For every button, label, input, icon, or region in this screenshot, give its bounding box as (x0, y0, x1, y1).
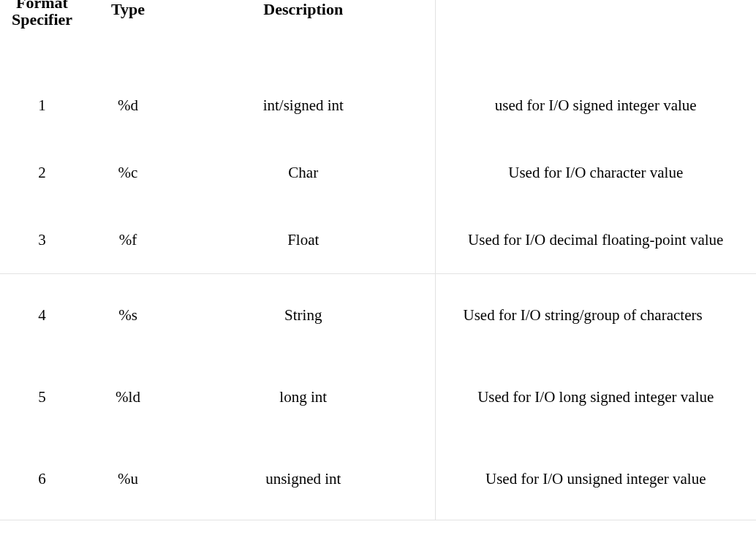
table-row: 5 %ld long int Used for I/O long signed … (0, 356, 756, 438)
cell-description: Char (172, 139, 435, 206)
cell-type: %d (84, 72, 172, 139)
cell-index: 2 (0, 139, 84, 206)
table-row: 1 %d int/signed int used for I/O signed … (0, 72, 756, 139)
cell-type: %u (84, 438, 172, 520)
cell-description: String (172, 274, 435, 357)
cell-index: 5 (0, 356, 84, 438)
cell-description: long int (172, 356, 435, 438)
table-header-row: Format Specifier Type Description (0, 0, 756, 42)
cell-type: %f (84, 206, 172, 274)
cell-type: %c (84, 139, 172, 206)
cell-usage: Used for I/O unsigned integer value (435, 438, 756, 520)
cell-description: unsigned int (172, 438, 435, 520)
cell-usage: Used for I/O string/group of characters (435, 274, 756, 357)
cell-description: Float (172, 206, 435, 274)
cell-usage: Used for I/O character value (435, 139, 756, 206)
cell-index: 4 (0, 274, 84, 357)
cell-description: int/signed int (172, 72, 435, 139)
header-spacer (0, 42, 756, 72)
cell-index: 3 (0, 206, 84, 274)
col-header-usage (435, 0, 756, 42)
col-header-description: Description (172, 0, 435, 42)
cell-index: 6 (0, 438, 84, 520)
col-header-index: Format Specifier (0, 0, 84, 37)
cell-type: %ld (84, 356, 172, 438)
col-header-type: Type (84, 0, 172, 42)
cell-usage: Used for I/O decimal floating-point valu… (435, 206, 756, 274)
table-row: 6 %u unsigned int Used for I/O unsigned … (0, 438, 756, 520)
table-row: 3 %f Float Used for I/O decimal floating… (0, 206, 756, 274)
cell-usage: used for I/O signed integer value (435, 72, 756, 139)
format-specifier-table: Format Specifier Type Description 1 %d i… (0, 0, 756, 520)
cell-usage: Used for I/O long signed integer value (435, 356, 756, 438)
table-row: 2 %c Char Used for I/O character value (0, 139, 756, 206)
page: { "headers": { "index": "Format\nSpecifi… (0, 0, 756, 546)
table-row: 4 %s String Used for I/O string/group of… (0, 274, 756, 357)
cell-type: %s (84, 274, 172, 357)
cell-index: 1 (0, 72, 84, 139)
